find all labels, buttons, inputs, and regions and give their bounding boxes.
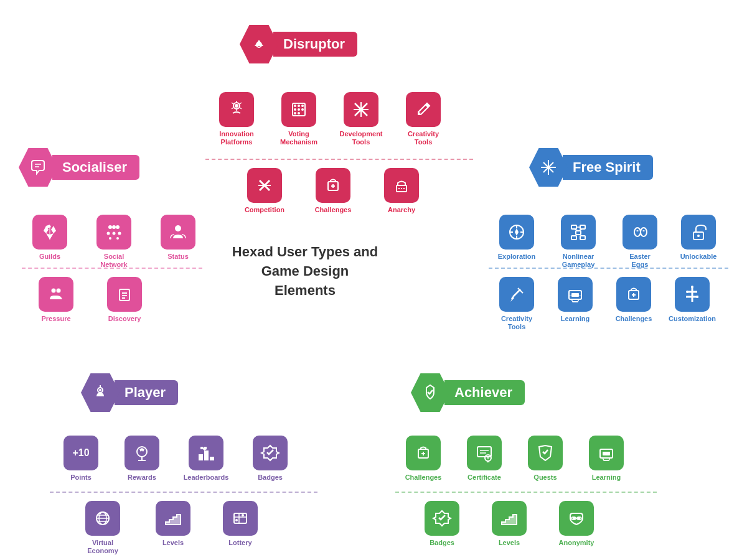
achiever-badge: Achiever <box>411 373 525 412</box>
disruptor-divider <box>205 159 473 160</box>
svg-point-32 <box>107 232 110 235</box>
svg-point-5 <box>298 105 300 107</box>
achiever-label: Achiever <box>444 380 525 405</box>
svg-point-84 <box>99 389 101 391</box>
creativity-tools-top-icon <box>406 92 441 127</box>
free-spirit-bottom-icons: CreativityTools Learning <box>492 277 717 331</box>
svg-point-10 <box>294 112 296 114</box>
achiever-divider <box>395 492 657 493</box>
player-divider <box>50 492 317 493</box>
free-spirit-top-icons: Exploration NonlinearGameplay <box>492 215 723 269</box>
svg-point-2 <box>235 104 238 108</box>
development-tools-label: DevelopmentTools <box>339 130 382 146</box>
quests-label: Quests <box>533 474 557 482</box>
player-hex-icon <box>81 373 120 412</box>
svg-point-81 <box>686 291 688 293</box>
svg-point-34 <box>118 232 121 235</box>
voting-mechanism-card: VotingMechanism <box>274 92 324 146</box>
quests-card: Quests <box>520 436 570 482</box>
points-card: +10 Points <box>56 436 106 482</box>
svg-rect-71 <box>571 293 579 297</box>
svg-point-6 <box>301 105 304 107</box>
player-badge: Player <box>81 373 178 412</box>
nonlinear-gameplay-icon <box>561 215 596 250</box>
badges-purple-card: Badges <box>245 436 295 482</box>
free-spirit-hex-icon <box>529 148 568 187</box>
guilds-label: Guilds <box>39 253 60 261</box>
development-tools-card: DevelopmentTools <box>336 92 386 146</box>
svg-point-35 <box>109 237 111 240</box>
competition-icon <box>247 168 282 203</box>
status-card: Status <box>153 215 203 269</box>
learning-blue-label: Learning <box>561 315 590 323</box>
rewards-icon <box>125 436 159 470</box>
svg-rect-89 <box>199 454 203 460</box>
points-label: Points <box>70 474 92 482</box>
disruptor-bottom-icons: Competition Challenges <box>240 168 426 214</box>
social-network-card: SocialNetwork <box>86 215 142 269</box>
svg-point-100 <box>235 519 238 521</box>
badges-green-icon <box>425 501 459 536</box>
svg-rect-110 <box>603 452 610 455</box>
achiever-top-icons: Challenges Certificate <box>398 436 631 482</box>
center-title: Hexad User Types and Game Design Element… <box>230 243 380 300</box>
certificate-card: Certificate <box>459 436 509 482</box>
pressure-label: Pressure <box>41 315 70 323</box>
creativity-tools-blue-label: CreativityTools <box>501 315 532 331</box>
competition-label: Competition <box>245 206 284 214</box>
easter-eggs-card: EasterEggs <box>615 215 665 269</box>
anonymity-card: Anonymity <box>552 501 601 547</box>
svg-point-38 <box>52 289 56 293</box>
leaderboards-label: Leaderboards <box>184 474 229 482</box>
lottery-card: Lottery <box>215 501 265 555</box>
anonymity-icon <box>559 501 594 536</box>
svg-point-101 <box>242 514 244 516</box>
unlockable-icon <box>681 215 716 250</box>
discovery-icon <box>107 277 142 312</box>
svg-rect-57 <box>571 236 576 240</box>
innovation-platforms-card: InnovationPlatforms <box>212 92 261 146</box>
social-network-icon <box>96 215 131 250</box>
virtual-economy-icon <box>85 501 120 536</box>
challenges-green-card: Challenges <box>398 436 448 482</box>
badges-green-card: Badges <box>417 501 467 547</box>
innovation-platforms-label: InnovationPlatforms <box>219 130 254 146</box>
anonymity-label: Anonymity <box>559 539 594 547</box>
player-bottom-icons: VirtualEconomy Levels <box>75 501 265 555</box>
challenges-blue-card: Challenges <box>609 277 659 331</box>
levels-green-icon <box>492 501 527 536</box>
learning-green-icon <box>589 436 624 470</box>
levels-green-card: Levels <box>484 501 534 547</box>
svg-line-67 <box>513 289 520 297</box>
learning-blue-icon <box>558 277 593 312</box>
socialiser-badge: Socialiser <box>19 148 139 187</box>
rewards-card: Rewards <box>117 436 167 482</box>
anarchy-card: Anarchy <box>377 168 426 214</box>
creativity-tools-top-label: CreativityTools <box>408 130 439 146</box>
disruptor-badge: Disruptor <box>240 25 357 63</box>
guilds-icon <box>32 215 67 250</box>
exploration-card: Exploration <box>492 215 542 269</box>
svg-point-29 <box>108 225 112 229</box>
nonlinear-gameplay-card: NonlinearGameplay <box>550 215 606 269</box>
badges-green-label: Badges <box>430 539 454 547</box>
socialiser-hex-icon <box>19 148 57 187</box>
achiever-bottom-icons: Badges Levels <box>417 501 601 547</box>
disruptor-challenges-icon <box>316 168 350 203</box>
innovation-platforms-icon <box>219 92 254 127</box>
development-tools-icon <box>344 92 378 127</box>
virtual-economy-label: VirtualEconomy <box>87 539 118 555</box>
quests-icon <box>528 436 563 470</box>
levels-purple-label: Levels <box>162 539 184 547</box>
free-spirit-label: Free Spirit <box>563 155 653 180</box>
svg-point-31 <box>112 225 116 229</box>
exploration-label: Exploration <box>498 253 536 261</box>
svg-point-82 <box>696 296 698 298</box>
svg-rect-55 <box>580 225 585 229</box>
virtual-economy-card: VirtualEconomy <box>75 501 131 555</box>
svg-rect-58 <box>580 236 585 240</box>
discovery-card: Discovery <box>100 277 149 323</box>
svg-point-33 <box>113 232 116 235</box>
customization-card: Customization <box>667 277 717 331</box>
challenges-blue-label: Challenges <box>616 315 652 323</box>
